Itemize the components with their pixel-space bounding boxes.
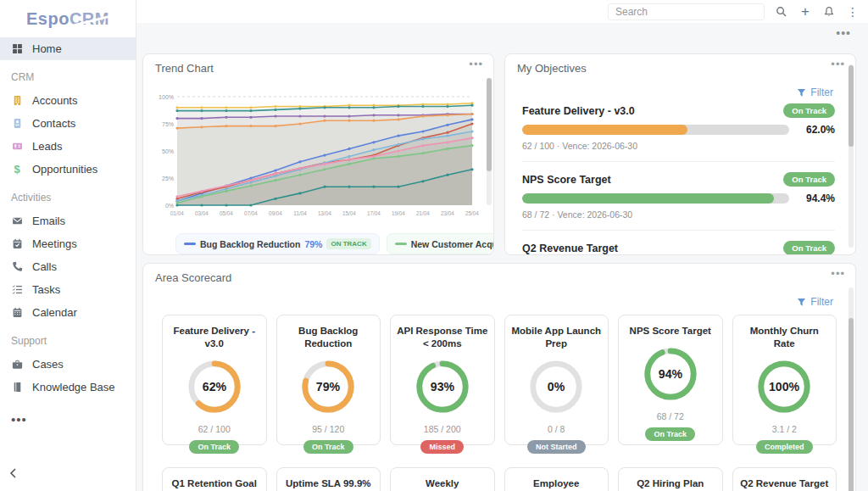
sidebar-more-button[interactable]: ••• xyxy=(0,399,136,427)
sidebar-collapse-button[interactable] xyxy=(8,467,19,483)
card-title: API Response Time < 200ms xyxy=(397,325,488,350)
svg-text:23/04: 23/04 xyxy=(441,210,454,216)
svg-text:25%: 25% xyxy=(162,176,174,181)
sidebar-item-calls[interactable]: Calls xyxy=(0,255,136,278)
sidebar: EspoCRM Home CRM Accounts Contacts Leads… xyxy=(0,0,136,491)
panel-scrollbar-thumb[interactable] xyxy=(849,65,854,147)
app-logo[interactable]: EspoCRM xyxy=(0,0,136,37)
card-status-badge: On Track xyxy=(645,427,695,441)
scorecard-card[interactable]: Uptime SLA 99.9% xyxy=(276,467,381,491)
sidebar-item-calendar[interactable]: Calendar xyxy=(0,301,136,324)
scorecard-card[interactable]: Feature Delivery - v3.0 62% 62 / 100 On … xyxy=(162,315,267,445)
card-status-badge: On Track xyxy=(189,440,239,454)
sidebar-item-emails[interactable]: Emails xyxy=(0,209,136,232)
progress-fill xyxy=(522,193,774,204)
scorecard-card[interactable]: Employee Satisfaction xyxy=(504,467,609,491)
dashboard-menu-button[interactable]: ••• xyxy=(836,30,851,36)
menu-dots-vertical-icon[interactable]: ⋮ xyxy=(846,5,860,19)
logo-text-crm: CRM xyxy=(70,9,109,29)
legend-swatch xyxy=(395,243,407,245)
topbar: + ⋮ xyxy=(136,0,868,23)
search-icon[interactable] xyxy=(775,5,788,19)
filter-label: Filter xyxy=(810,296,833,308)
area-scorecard-panel: Area Scorecard ••• Filter Feature Delive… xyxy=(142,263,856,491)
sidebar-item-home[interactable]: Home xyxy=(0,37,136,60)
sidebar-item-label: Cases xyxy=(32,358,64,371)
sidebar-item-tasks[interactable]: Tasks xyxy=(0,278,136,301)
legend-swatch xyxy=(184,243,196,245)
svg-text:21/04: 21/04 xyxy=(416,210,430,216)
sidebar-item-leads[interactable]: Leads xyxy=(0,135,136,158)
card-title: Uptime SLA 99.9% xyxy=(286,477,371,490)
logo-text-espo: Espo xyxy=(26,9,70,28)
legend-status-badge: ON TRACK xyxy=(326,238,370,249)
svg-text:17/04: 17/04 xyxy=(367,210,381,216)
svg-text:05/04: 05/04 xyxy=(220,210,233,216)
scorecard-card[interactable]: Bug Backlog Reduction 79% 95 / 120 On Tr… xyxy=(276,315,381,445)
filter-button[interactable]: Filter xyxy=(505,80,855,103)
briefcase-icon xyxy=(11,359,23,371)
quick-create-icon[interactable]: + xyxy=(798,5,812,19)
filter-label: Filter xyxy=(810,86,833,98)
donut-chart: 93% xyxy=(414,358,471,416)
filter-button[interactable]: Filter xyxy=(143,289,855,313)
panel-menu-button[interactable]: ••• xyxy=(469,58,483,70)
sidebar-item-knowledge-base[interactable]: Knowledge Base xyxy=(0,376,136,399)
sidebar-item-opportunities[interactable]: $ Opportunities xyxy=(0,158,136,181)
scorecard-card[interactable]: Weekly Deployment xyxy=(390,467,495,491)
panel-scrollbar-thumb[interactable] xyxy=(849,318,854,491)
objective-subtext: 68 / 72 · Vence: 2026-06-30 xyxy=(522,209,835,220)
scorecard-card[interactable]: Q1 Retention Goal xyxy=(162,467,267,491)
bell-icon[interactable] xyxy=(822,5,836,19)
sidebar-item-label: Calendar xyxy=(32,306,77,319)
scorecard-card[interactable]: API Response Time < 200ms 93% 185 / 200 … xyxy=(390,315,495,445)
legend-item[interactable]: Bug Backlog Reduction 79% ON TRACK xyxy=(175,233,380,254)
sidebar-section-activities: Activities xyxy=(0,181,136,209)
legend-label: New Customer Acqui... xyxy=(411,239,494,249)
svg-text:100%: 100% xyxy=(769,380,800,393)
objective-status-badge: On Track xyxy=(783,103,835,118)
search-input[interactable] xyxy=(608,3,765,20)
trend-chart-panel: Trend Chart ••• 0%25%50%75%100%01/0403/0… xyxy=(142,53,494,255)
objective-item[interactable]: Feature Delivery - v3.0 On Track 62.0% 6… xyxy=(522,103,835,151)
svg-text:94%: 94% xyxy=(659,367,683,381)
donut-chart: 0% xyxy=(527,358,585,416)
sidebar-item-cases[interactable]: Cases xyxy=(0,353,136,376)
svg-text:75%: 75% xyxy=(162,121,174,127)
scorecard-card[interactable]: Monthly Churn Rate 100% 3.1 / 2 Complete… xyxy=(732,315,837,445)
funnel-icon xyxy=(797,88,806,98)
funnel-icon xyxy=(797,298,806,307)
objective-item[interactable]: Q2 Revenue Target On Track 75.0% 187.500… xyxy=(522,241,835,255)
svg-text:0%: 0% xyxy=(165,203,174,209)
sidebar-item-label: Home xyxy=(32,42,62,55)
card-ratio: 62 / 100 xyxy=(198,424,231,434)
id-card-icon xyxy=(11,141,23,153)
card-title: Weekly Deployment xyxy=(397,477,488,491)
panel-title: My Objectives xyxy=(505,54,855,80)
svg-text:50%: 50% xyxy=(162,148,174,154)
scorecard-card[interactable]: Q2 Revenue Target xyxy=(732,467,837,491)
scorecard-card[interactable]: Mobile App Launch Prep 0% 0 / 8 Not Star… xyxy=(504,315,609,445)
progress-track xyxy=(522,125,789,135)
objective-subtext: 62 / 100 · Vence: 2026-06-30 xyxy=(522,141,835,151)
sidebar-item-contacts[interactable]: Contacts xyxy=(0,112,136,135)
svg-text:13/04: 13/04 xyxy=(318,210,331,216)
scorecard-card[interactable]: Q2 Hiring Plan xyxy=(618,467,723,491)
panel-menu-button[interactable]: ••• xyxy=(831,267,845,280)
sidebar-section-support: Support xyxy=(0,324,136,353)
svg-text:62%: 62% xyxy=(203,380,227,393)
objective-title: Q2 Revenue Target xyxy=(522,243,618,254)
scorecard-card[interactable]: NPS Score Target 94% 68 / 72 On Track xyxy=(618,315,723,445)
legend-item[interactable]: New Customer Acqui... 55% ON TRACK xyxy=(387,233,494,254)
svg-text:79%: 79% xyxy=(316,380,341,393)
book-icon xyxy=(11,382,23,393)
panel-menu-button[interactable]: ••• xyxy=(831,58,845,70)
svg-text:03/04: 03/04 xyxy=(195,210,209,216)
sidebar-item-meetings[interactable]: Meetings xyxy=(0,232,136,255)
sidebar-item-label: Opportunities xyxy=(32,163,97,176)
panel-scrollbar-thumb[interactable] xyxy=(487,78,492,171)
card-status-badge: Missed xyxy=(420,440,464,454)
card-status-badge: Not Started xyxy=(527,440,586,454)
sidebar-item-accounts[interactable]: Accounts xyxy=(0,89,136,112)
objective-item[interactable]: NPS Score Target On Track 94.4% 68 / 72 … xyxy=(522,172,835,220)
